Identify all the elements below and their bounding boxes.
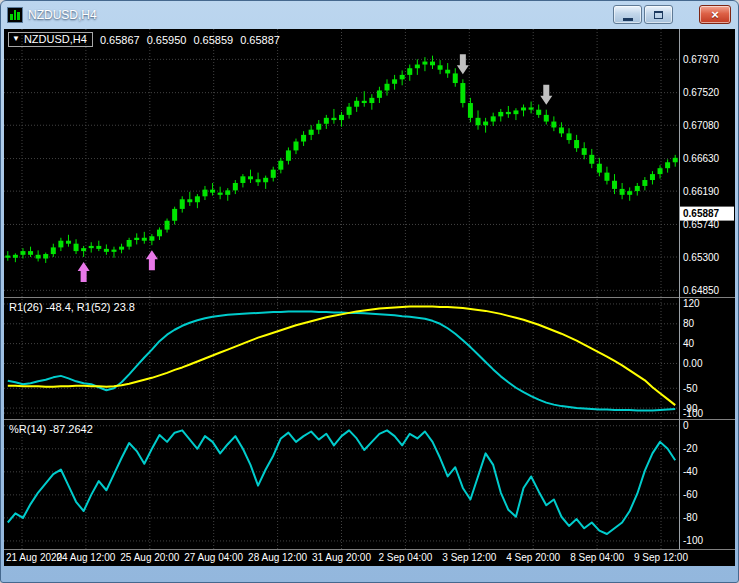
svg-text:3 Sep 12:00: 3 Sep 12:00 [442, 552, 496, 563]
svg-text:0.64850: 0.64850 [683, 285, 720, 296]
chart-area[interactable]: 0.679700.675200.670800.666300.661900.657… [4, 29, 735, 566]
chart-window-icon[interactable] [7, 7, 23, 23]
svg-text:31 Aug 20:00: 31 Aug 20:00 [312, 552, 371, 563]
close-icon: × [711, 8, 719, 21]
svg-text:-60: -60 [683, 489, 698, 500]
mt4-chart-window: NZDUSD,H4 × 0.679700.675200.670800.66630… [0, 0, 739, 583]
svg-text:2 Sep 04:00: 2 Sep 04:00 [378, 552, 432, 563]
svg-text:9 Sep 12:00: 9 Sep 12:00 [634, 552, 688, 563]
svg-text:80: 80 [683, 318, 695, 329]
svg-text:-40: -40 [683, 466, 698, 477]
svg-text:-20: -20 [683, 443, 698, 454]
restore-button[interactable] [644, 5, 673, 24]
svg-text:27 Aug 04:00: 27 Aug 04:00 [184, 552, 243, 563]
window-title: NZDUSD,H4 [28, 8, 97, 22]
svg-text:0.67970: 0.67970 [683, 54, 720, 65]
minimize-icon [623, 18, 633, 21]
restore-icon [654, 11, 663, 19]
svg-text:4 Sep 20:00: 4 Sep 20:00 [506, 552, 560, 563]
titlebar[interactable]: NZDUSD,H4 × [4, 1, 735, 29]
svg-text:0.65300: 0.65300 [683, 252, 720, 263]
svg-text:0.67080: 0.67080 [683, 120, 720, 131]
close-button[interactable]: × [699, 5, 731, 24]
symbol-selector[interactable]: ▼ NZDUSD,H4 [8, 32, 93, 47]
svg-text:-100: -100 [683, 535, 703, 546]
minimize-button[interactable] [613, 5, 642, 24]
window-controls: × [611, 5, 731, 24]
svg-text:25 Aug 20:00: 25 Aug 20:00 [120, 552, 179, 563]
svg-text:0.66630: 0.66630 [683, 153, 720, 164]
symbol-period-label: NZDUSD,H4 [24, 33, 87, 45]
svg-text:-100: -100 [683, 408, 703, 419]
svg-text:0.65887: 0.65887 [683, 208, 720, 219]
svg-text:28 Aug 12:00: 28 Aug 12:00 [248, 552, 307, 563]
window-bottom-frame [4, 566, 735, 582]
svg-text:0.67520: 0.67520 [683, 87, 720, 98]
svg-text:0: 0 [683, 420, 689, 431]
svg-text:0.00: 0.00 [683, 358, 703, 369]
svg-text:40: 40 [683, 338, 695, 349]
price-chart-canvas[interactable]: 0.679700.675200.670800.666300.661900.657… [4, 29, 735, 566]
svg-text:120: 120 [683, 298, 700, 309]
svg-text:8 Sep 04:00: 8 Sep 04:00 [570, 552, 624, 563]
svg-text:24 Aug 12:00: 24 Aug 12:00 [56, 552, 115, 563]
svg-text:-50: -50 [683, 383, 698, 394]
svg-text:21 Aug 2020: 21 Aug 2020 [6, 552, 63, 563]
svg-text:0.66190: 0.66190 [683, 186, 720, 197]
chevron-down-icon: ▼ [12, 35, 20, 43]
svg-text:-80: -80 [683, 512, 698, 523]
